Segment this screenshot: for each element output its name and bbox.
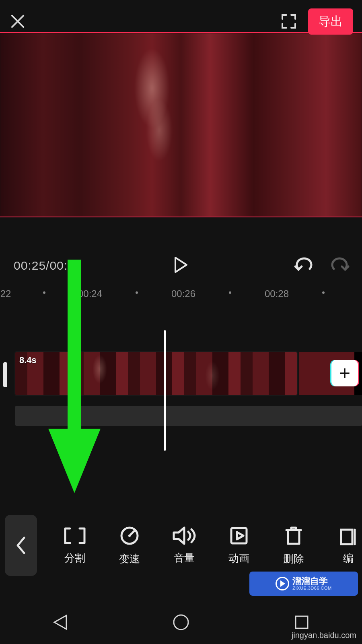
svg-point-10 [174,615,188,630]
time-ruler[interactable]: 22 00:24 00:26 00:28 [0,286,362,302]
nav-home-button[interactable] [169,610,193,634]
svg-point-5 [128,535,131,537]
timeline[interactable]: 8.4s + [0,330,362,459]
add-clip-button[interactable]: + [331,360,358,386]
tool-label: 音量 [174,551,195,565]
redo-button[interactable] [330,257,350,275]
ruler-dot [322,291,325,294]
fullscreen-icon[interactable] [280,12,298,30]
plus-icon: + [339,367,350,379]
ruler-dot [43,291,45,294]
tool-label: 删除 [283,552,304,566]
nav-back-button[interactable] [48,610,72,634]
undo-button[interactable] [294,257,314,275]
playhead[interactable] [164,330,166,451]
tool-animation[interactable]: 动画 [223,526,255,566]
watermark-brand-sub: ZIXUE.3D66.COM [292,586,331,590]
ruler-tick: 00:28 [265,288,289,299]
watermark-brand-text: 溜溜自学 [292,577,331,586]
top-bar: 导出 [0,7,362,35]
ruler-tick: 00:26 [171,288,195,299]
clip-duration-label: 8.4s [19,355,37,365]
clip-left-handle[interactable] [3,362,7,387]
svg-marker-8 [237,532,243,539]
tool-label: 变速 [119,552,140,566]
edit-toolbar: 分割 变速 音量 [0,511,362,580]
tool-speed[interactable]: 变速 [113,525,146,566]
tool-delete[interactable]: 删除 [278,525,310,566]
top-right-group: 导出 [280,8,353,35]
timecode-label: 00:25/00: [14,259,68,272]
tool-label: 动画 [228,551,249,566]
watermark-brand: 溜溜自学 ZIXUE.3D66.COM [249,572,358,596]
watermark-source: jingyan.baidu.com [292,631,356,640]
ruler-tick: 22 [0,288,11,299]
export-button[interactable]: 导出 [308,8,353,35]
svg-rect-11 [296,616,308,628]
preview-frame [0,33,362,217]
tool-label: 分割 [64,551,85,565]
ruler-dot [229,291,231,294]
svg-marker-6 [174,528,184,544]
video-preview[interactable] [0,32,362,217]
svg-marker-9 [54,615,66,629]
play-button[interactable] [173,256,189,275]
toolbar-back-button[interactable] [5,515,37,576]
close-button[interactable] [9,12,27,30]
tool-edit[interactable]: 编 [332,526,362,566]
watermark-logo-icon [276,577,289,590]
svg-marker-0 [175,258,187,272]
video-clip[interactable]: 8.4s [15,352,297,395]
tool-split[interactable]: 分割 [59,526,91,565]
ruler-tick: 00:24 [78,288,102,299]
tool-label: 编 [343,551,354,566]
transport-bar: 00:25/00: [0,250,362,282]
audio-lane[interactable] [15,406,362,426]
tool-volume[interactable]: 音量 [168,526,200,565]
ruler-dot [136,291,138,294]
